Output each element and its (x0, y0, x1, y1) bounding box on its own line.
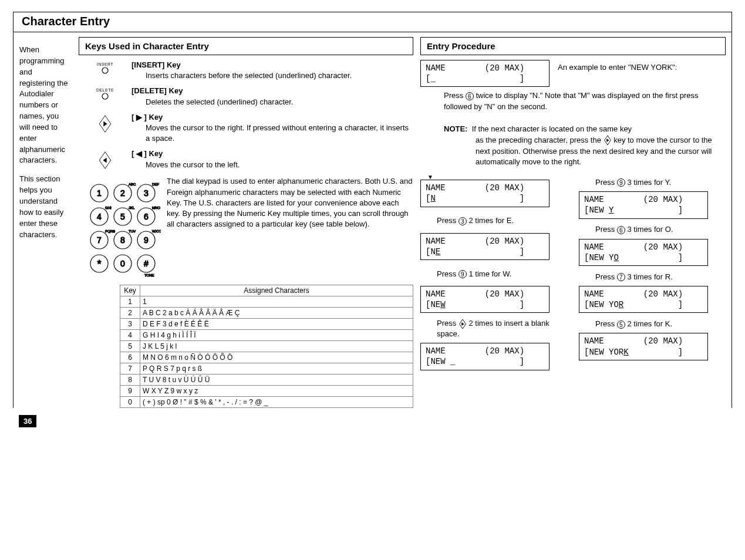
section-header: Character Entry (14, 12, 731, 32)
svg-text:TONE: TONE (144, 274, 154, 277)
svg-text:3: 3 (144, 188, 149, 198)
table-row: 6M N O 6 m n o Ñ Ò Ó Ô Õ Ö (120, 352, 413, 363)
table-row: 11 (120, 296, 413, 308)
keys-column: Keys Used in Character Entry INSERT [INS… (76, 37, 416, 408)
insert-key-desc: Inserts characters before the selected (… (132, 70, 413, 81)
table-row: 2A B C 2 a b c À Á Â Ã Ä Å Æ Ç (120, 308, 413, 319)
page-frame: Character Entry When programming and reg… (13, 12, 732, 408)
lcd-newyor: NAME (20 MAX) [NEW YOR ] (579, 286, 708, 313)
svg-text:MNO: MNO (152, 206, 160, 210)
table-row: 9W X Y Z 9 w x y z (120, 386, 413, 397)
keypad-desc: The dial keypad is used to enter alphanu… (167, 176, 413, 230)
svg-text:2: 2 (120, 188, 125, 198)
insert-key-icon: INSERT (79, 60, 132, 76)
delete-key-name: [DELETE] Key (132, 86, 183, 95)
example-caption: An example to enter "NEW YORK": (550, 60, 677, 73)
lcd-newyo: NAME (20 MAX) [NEW YO ] (579, 239, 708, 266)
delete-key-icon: DELETE (79, 86, 132, 102)
svg-text:7: 7 (97, 235, 102, 245)
intro-para-1: When programming and registering the Aut… (19, 45, 68, 166)
keypad-icon: 1 2ABC 3DEF 4GHI 5JKL 6MNO 7PQRS 8TUV 9W… (79, 176, 167, 280)
table-row: 7P Q R S 7 p q r s ß (120, 363, 413, 375)
step-e: Press 3 2 times for E. (420, 210, 567, 233)
lcd-new-space: NAME (20 MAX) [NEW _ ] (420, 343, 550, 370)
lcd-new: NAME (20 MAX) [NEW ] (420, 286, 550, 313)
lcd-ne: NAME (20 MAX) [NE ] (420, 233, 550, 260)
svg-point-1 (102, 93, 108, 99)
svg-text:1: 1 (97, 188, 102, 198)
step-o: Press 6 3 times for O. (579, 221, 726, 239)
intro-column: When programming and registering the Aut… (19, 37, 76, 408)
intro-para-2: This section helps you understand how to… (19, 174, 68, 240)
entry-panel-title: Entry Procedure (420, 37, 726, 55)
step-y: Press 9 3 times for Y. (579, 174, 726, 191)
character-table: Key Assigned Characters 112A B C 2 a b c… (120, 285, 413, 408)
svg-text:9: 9 (144, 235, 149, 245)
lcd-n: NAME (20 MAX) [N ] (420, 180, 550, 207)
svg-text:0: 0 (120, 259, 125, 268)
svg-text:6: 6 (144, 212, 149, 221)
th-key: Key (120, 285, 140, 296)
svg-text:5: 5 (120, 212, 125, 221)
right-key-desc: Moves the cursor to the right. If presse… (132, 123, 413, 144)
th-assigned: Assigned Characters (140, 285, 413, 296)
insert-key-name: [INSERT] Key (132, 60, 181, 69)
step-k: Press 5 2 times for K. (579, 315, 726, 333)
svg-text:ABC: ABC (129, 183, 136, 186)
svg-text:#: # (144, 259, 149, 268)
step-w: Press 9 1 time for W. (420, 262, 567, 286)
lcd-newy: NAME (20 MAX) [NEW Y ] (579, 191, 708, 218)
table-row: 0( + ) sp 0 Ø ! " # $ % & ' * , - . / : … (120, 397, 413, 408)
step-1-note: Press 6 twice to display "N." Note that … (420, 90, 726, 174)
right-arrow-icon (79, 112, 132, 135)
entry-column: Entry Procedure NAME (20 MAX) [_ ] An ex… (416, 37, 726, 408)
page-number: 36 (19, 415, 36, 427)
table-row: 4G H I 4 g h i Ì Í Î Ï (120, 330, 413, 341)
svg-text:WXYZ: WXYZ (152, 230, 161, 233)
delete-key-desc: Deletes the selected (underlined) charac… (132, 97, 413, 107)
svg-text:JKL: JKL (129, 206, 135, 210)
table-row: 5J K L 5 j k l (120, 341, 413, 352)
left-key-name: [ ◀ ] Key (132, 149, 163, 158)
right-key-name: [ ▶ ] Key (132, 113, 163, 122)
left-key-desc: Moves the cursor to the left. (132, 160, 413, 170)
table-row: 8T U V 8 t u v Ù Ú Û Ü (120, 375, 413, 386)
svg-point-0 (102, 68, 108, 73)
lcd-initial: NAME (20 MAX) [_ ] (420, 60, 550, 87)
table-row: 3D E F 3 d e f È É Ê Ë (120, 319, 413, 330)
lcd-newyork: NAME (20 MAX) [NEW YORK ] (579, 333, 708, 360)
svg-text:4: 4 (97, 212, 102, 221)
svg-text:8: 8 (120, 235, 125, 245)
svg-text:*: * (97, 258, 101, 270)
step-space: Press 2 times to insert a blank space. (420, 315, 567, 343)
svg-text:GHI: GHI (105, 206, 112, 210)
svg-text:PQRS: PQRS (105, 230, 115, 233)
section-title: Character Entry (22, 15, 723, 28)
svg-text:DEF: DEF (152, 183, 159, 186)
step-r: Press 7 3 times for R. (579, 268, 726, 286)
svg-text:TUV: TUV (129, 230, 136, 233)
left-arrow-icon (79, 149, 132, 171)
keys-panel-title: Keys Used in Character Entry (79, 37, 413, 55)
